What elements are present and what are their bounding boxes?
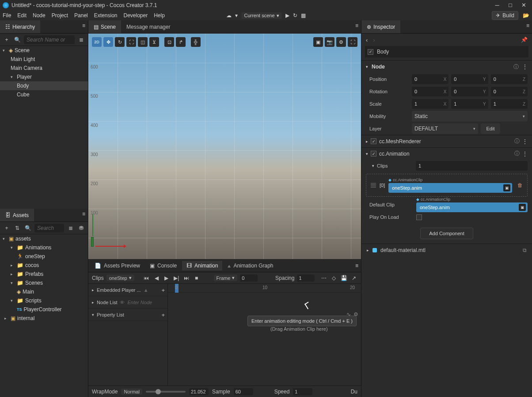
tool-rotate[interactable]: ↻ — [115, 37, 125, 47]
tool-capture[interactable]: ⛶ — [348, 37, 357, 47]
skip-first-button[interactable]: ⏮ — [143, 275, 150, 281]
cloud-icon[interactable]: ☁ — [226, 12, 232, 19]
wrap-slider[interactable] — [146, 391, 186, 393]
asset-onestep[interactable]: 🏃oneStep — [0, 252, 88, 261]
tool-local[interactable]: ↱ — [176, 37, 186, 47]
panel-menu-icon[interactable]: ≡ — [82, 23, 85, 29]
layer-dropdown[interactable]: DEFAULT▾ — [412, 123, 478, 134]
hierarchy-search[interactable]: Search Name or — [24, 35, 75, 44]
next-frame-button[interactable]: ▶| — [173, 275, 180, 281]
rot-y-input[interactable]: 0Y — [451, 87, 488, 96]
asset-assets[interactable]: ▾▣assets — [0, 234, 88, 243]
speed-input[interactable] — [293, 388, 312, 395]
panel-menu-icon[interactable]: ≡ — [355, 263, 358, 269]
material-item[interactable]: ▸ default-material.mtl ⧉ — [361, 244, 532, 256]
exit-anim-button[interactable]: ↗ — [350, 275, 357, 281]
hierarchy-player[interactable]: ▾Player — [0, 73, 88, 81]
tab-assets[interactable]: 🗄 Assets — [0, 209, 34, 221]
add-player-button[interactable]: + — [161, 287, 165, 294]
delete-icon[interactable]: 🗑 — [517, 182, 523, 188]
section-property-list[interactable]: ▾Property List + — [88, 309, 167, 321]
tab-message-manager[interactable]: Message manager — [121, 20, 175, 33]
tool-align[interactable]: ╬ — [191, 37, 201, 47]
section-node[interactable]: ▾Node ⓘ ⋮ — [361, 61, 532, 73]
play-button[interactable]: ▶ — [285, 12, 289, 19]
playonload-checkbox[interactable] — [416, 214, 422, 220]
asset-internal[interactable]: ▸▣internal — [0, 314, 88, 323]
help-icon[interactable]: ⓘ — [513, 63, 519, 71]
back-button[interactable]: ‹ — [366, 37, 368, 43]
tool-rect[interactable]: ◫ — [138, 37, 148, 47]
hierarchy-main-light[interactable]: Main Light — [0, 55, 88, 64]
node-enabled-checkbox[interactable]: ✓ — [368, 49, 373, 55]
menu-panel[interactable]: Panel — [74, 12, 88, 19]
menu-extension[interactable]: Extension — [94, 12, 118, 19]
section-embedded-player[interactable]: ▸Embedded Player ... ▲ + — [88, 284, 167, 296]
assets-search[interactable]: Search — [34, 224, 64, 233]
panel-menu-icon[interactable]: ≡ — [526, 23, 529, 29]
tool-camera[interactable]: 📷 — [325, 37, 334, 47]
more-icon[interactable]: ⋮ — [522, 64, 528, 70]
scene-dropdown[interactable]: Current scene▾ — [241, 12, 281, 19]
asset-prefabs[interactable]: ▸📁Prefabs — [0, 270, 88, 279]
clip-0-field[interactable]: oneStep.anim ▣ — [388, 183, 512, 193]
prev-frame-button[interactable]: ◀ — [153, 275, 160, 281]
forward-button[interactable]: › — [373, 37, 375, 43]
tab-animation[interactable]: 🎞Animation — [182, 261, 222, 271]
panel-menu-icon[interactable]: ≡ — [355, 23, 358, 29]
tool-move[interactable]: ✥ — [103, 37, 113, 47]
more-icon[interactable]: ⋮ — [522, 138, 528, 145]
stop-button[interactable]: ■ — [193, 275, 200, 281]
animation-timeline[interactable]: 0 10 20 ∿ ⚙ Enter animation editing mode… — [168, 284, 361, 386]
frame-dropdown[interactable]: Frame▾ — [214, 275, 238, 281]
menu-node[interactable]: Node — [33, 12, 46, 19]
maximize-button[interactable]: □ — [504, 0, 517, 10]
scale-x-input[interactable]: 1X — [412, 99, 448, 109]
build-button[interactable]: ✈ Build — [492, 11, 518, 20]
help-icon[interactable]: ⓘ — [514, 137, 520, 145]
asset-main[interactable]: ◈Main — [0, 287, 88, 296]
rot-x-input[interactable]: 0X — [412, 87, 448, 96]
tab-scene[interactable]: ▤ Scene — [88, 20, 121, 33]
pick-asset-button[interactable]: ▣ — [519, 204, 526, 211]
asset-cocos[interactable]: ▸📁cocos — [0, 261, 88, 270]
asset-playercontroller[interactable]: TSPlayerController — [0, 305, 88, 314]
asset-scenes[interactable]: ▾📁Scenes — [0, 279, 88, 287]
sort-icon[interactable]: ⇅ — [13, 225, 21, 231]
pin-icon[interactable]: 📌 — [521, 37, 528, 43]
pos-y-input[interactable]: 0Y — [451, 74, 488, 84]
help-icon[interactable]: ⓘ — [514, 150, 520, 157]
mobility-dropdown[interactable]: Static▾ — [412, 111, 528, 122]
hierarchy-cube[interactable]: Cube — [0, 90, 88, 99]
pos-z-input[interactable]: 0Z — [491, 74, 528, 84]
node-name-field[interactable]: ✓ — [365, 46, 528, 57]
wrapmode-dropdown[interactable]: Normal — [121, 389, 142, 395]
save-anim-button[interactable]: 💾 — [340, 275, 348, 281]
event-icon[interactable]: ◇ — [330, 275, 338, 281]
spacing-input[interactable] — [297, 275, 315, 282]
hierarchy-scene[interactable]: ▾◈Scene — [0, 46, 88, 55]
pick-asset-button[interactable]: ▣ — [503, 184, 510, 191]
scale-y-input[interactable]: 1Y — [451, 99, 488, 109]
rot-z-input[interactable]: 0Z — [491, 87, 528, 96]
tool-anchor[interactable]: ⊻ — [149, 37, 159, 47]
scale-z-input[interactable]: 1Z — [491, 99, 528, 109]
qr-icon[interactable]: ▦ — [301, 12, 306, 19]
frame-input[interactable] — [240, 275, 258, 282]
refresh-button[interactable]: ↻ — [293, 12, 297, 19]
tool-gizmo[interactable]: ⚙ — [336, 37, 346, 47]
meshrenderer-checkbox[interactable]: ✓ — [371, 138, 376, 144]
hierarchy-body[interactable]: Body — [0, 81, 88, 90]
drag-handle[interactable] — [371, 183, 376, 187]
add-node-button[interactable]: + — [3, 37, 11, 43]
tab-inspector[interactable]: ⊕ Inspector — [361, 20, 400, 33]
hierarchy-main-camera[interactable]: Main Camera — [0, 64, 88, 73]
add-asset-button[interactable]: + — [3, 225, 11, 231]
tool-scale[interactable]: ⛶ — [126, 37, 136, 47]
pos-x-input[interactable]: 0X — [412, 74, 448, 84]
clips-count-input[interactable]: 1 — [416, 161, 528, 171]
add-component-button[interactable]: Add Component — [420, 228, 473, 239]
tab-assets-preview[interactable]: 📄Assets Preview — [90, 261, 144, 271]
tool-2d-toggle[interactable]: 2D — [92, 37, 102, 47]
gizmo-origin[interactable] — [91, 237, 94, 247]
